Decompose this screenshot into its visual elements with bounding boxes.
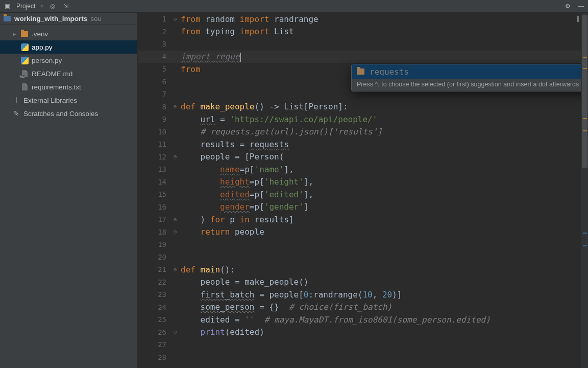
code-line[interactable]: 10 # requests.get(url).json()['results'] <box>138 126 588 139</box>
code-line[interactable]: 13 name=p['name'], <box>138 163 588 176</box>
fold-toggle-icon[interactable]: ⊖ <box>174 266 181 273</box>
code-content[interactable]: first_batch = people[0:randrange(10, 20)… <box>181 290 588 300</box>
code-line[interactable]: 4import reque <box>138 51 588 63</box>
code-content[interactable]: people = [Person( <box>181 152 588 162</box>
code-content[interactable]: url = 'https://swapi.co/api/people/' <box>181 114 588 124</box>
completion-popup[interactable]: requests Press ^. to choose the selected… <box>351 64 588 91</box>
code-line[interactable]: 24 some_person = {} # choice(first_batch… <box>138 301 588 314</box>
line-number[interactable]: 8 <box>138 103 174 111</box>
line-number[interactable]: 6 <box>138 78 174 86</box>
line-number[interactable]: 19 <box>138 240 174 248</box>
fold-toggle-icon[interactable]: ⊖ <box>174 216 181 223</box>
gutter-marker[interactable] <box>583 57 587 58</box>
code-content[interactable]: people = make_people() <box>181 277 588 287</box>
code-line[interactable]: 18⊖ return people <box>138 226 588 239</box>
code-content[interactable]: name=p['name'], <box>181 165 588 174</box>
line-number[interactable]: 22 <box>138 278 174 286</box>
code-content[interactable]: ) for p in results] <box>181 215 588 224</box>
code-content[interactable]: import reque <box>181 52 588 62</box>
code-content[interactable]: # requests.get(url).json()['results'] <box>181 127 588 136</box>
line-number[interactable]: 20 <box>138 253 174 261</box>
line-number[interactable]: 7 <box>138 90 174 98</box>
code-line[interactable]: 1⊖from random import randrange <box>138 13 588 26</box>
line-number[interactable]: 16 <box>138 203 174 211</box>
line-number[interactable]: 1 <box>138 15 174 23</box>
code-line[interactable]: 8⊖def make_people() -> List[Person]: <box>138 101 588 113</box>
fold-toggle-icon[interactable]: ⊖ <box>174 103 181 110</box>
code-line[interactable]: 2from typing import List <box>138 26 588 38</box>
line-number[interactable]: 12 <box>138 153 174 161</box>
tree-node[interactable]: 𝄁External Libraries <box>0 94 137 107</box>
fold-toggle-icon[interactable]: ⊖ <box>174 16 181 22</box>
code-line[interactable]: 20 <box>138 251 588 264</box>
code-content[interactable]: gender=p['gender'] <box>181 202 588 212</box>
gutter-marker[interactable] <box>583 233 587 234</box>
line-number[interactable]: 4 <box>138 53 174 61</box>
code-content[interactable]: def make_people() -> List[Person]: <box>181 102 588 111</box>
line-number[interactable]: 27 <box>138 340 174 349</box>
code-content[interactable]: height=p['height'], <box>181 177 588 187</box>
expand-icon[interactable]: ⇲ <box>62 2 70 10</box>
tree-node[interactable]: ▸.venv <box>0 27 137 40</box>
line-number[interactable]: 17 <box>138 215 174 223</box>
code-content[interactable]: def main(): <box>181 265 588 274</box>
line-number[interactable]: 24 <box>138 303 174 311</box>
code-content[interactable]: some_person = {} # choice(first_batch) <box>181 302 588 312</box>
project-view-icon[interactable]: ▣ <box>3 2 11 10</box>
code-content[interactable]: print(edited) <box>181 327 588 337</box>
line-number[interactable]: 14 <box>138 178 174 186</box>
code-line[interactable]: 26⊖ print(edited) <box>138 326 588 339</box>
fold-toggle-icon[interactable]: ⊖ <box>174 228 181 235</box>
code-line[interactable]: 3 <box>138 38 588 51</box>
chevron-icon[interactable]: ▸ <box>11 31 17 37</box>
gutter-marker[interactable] <box>583 245 587 246</box>
code-line[interactable]: 11 results = requests <box>138 138 588 151</box>
project-root[interactable]: working_with_imports sou <box>0 13 137 25</box>
code-line[interactable]: 16 gender=p['gender'] <box>138 201 588 214</box>
target-icon[interactable]: ◎ <box>48 2 57 10</box>
code-line[interactable]: 15 edited=p['edited'], <box>138 188 588 201</box>
line-number[interactable]: 26 <box>138 328 174 336</box>
line-number[interactable]: 23 <box>138 290 174 298</box>
fold-toggle-icon[interactable]: ⊖ <box>174 329 181 335</box>
code-content[interactable]: return people <box>181 227 588 237</box>
code-content[interactable]: edited = '' # maya.MayaDT.from_iso8601(s… <box>181 315 588 325</box>
code-content[interactable]: from typing import List <box>181 27 588 36</box>
line-number[interactable]: 3 <box>138 40 174 48</box>
code-editor[interactable]: 1⊖from random import randrange2from typi… <box>138 13 588 368</box>
minimize-icon[interactable]: — <box>577 2 585 10</box>
project-label[interactable]: Project <box>16 3 35 10</box>
gutter-marker[interactable] <box>583 68 587 69</box>
code-line[interactable]: 27 <box>138 338 588 351</box>
code-line[interactable]: 14 height=p['height'], <box>138 176 588 189</box>
code-content[interactable]: from random import randrange <box>181 14 588 24</box>
code-content[interactable]: edited=p['edited'], <box>181 190 588 199</box>
line-number[interactable]: 5 <box>138 65 174 73</box>
code-line[interactable]: 17⊖ ) for p in results] <box>138 213 588 226</box>
line-number[interactable]: 13 <box>138 165 174 173</box>
marker-gutter[interactable]: ❚❚ <box>581 13 588 368</box>
fold-toggle-icon[interactable]: ⊖ <box>174 153 181 160</box>
scrollbar-thumb[interactable] <box>582 15 587 168</box>
code-line[interactable]: 23 first_batch = people[0:randrange(10, … <box>138 288 588 301</box>
line-number[interactable]: 11 <box>138 140 174 148</box>
tree-node[interactable]: MDREADME.md <box>0 67 137 80</box>
code-line[interactable]: 12⊖ people = [Person( <box>138 151 588 164</box>
tree-node[interactable]: ✎Scratches and Consoles <box>0 107 137 120</box>
code-line[interactable]: 28 <box>138 351 588 364</box>
tree-node[interactable]: requirements.txt <box>0 80 137 94</box>
line-number[interactable]: 18 <box>138 228 174 236</box>
line-number[interactable]: 28 <box>138 353 174 361</box>
code-line[interactable]: 9 url = 'https://swapi.co/api/people/' <box>138 113 588 126</box>
line-number[interactable]: 10 <box>138 128 174 136</box>
code-line[interactable]: 25 edited = '' # maya.MayaDT.from_iso860… <box>138 313 588 326</box>
line-number[interactable]: 2 <box>138 28 174 36</box>
line-number[interactable]: 15 <box>138 190 174 198</box>
code-line[interactable]: 22 people = make_people() <box>138 276 588 289</box>
line-number[interactable]: 9 <box>138 115 174 123</box>
code-content[interactable]: results = requests <box>181 140 588 149</box>
code-line[interactable]: 19 <box>138 238 588 251</box>
code-line[interactable]: 21⊖def main(): <box>138 263 588 276</box>
tree-node[interactable]: person.py <box>0 54 137 67</box>
gutter-marker[interactable] <box>583 130 587 131</box>
